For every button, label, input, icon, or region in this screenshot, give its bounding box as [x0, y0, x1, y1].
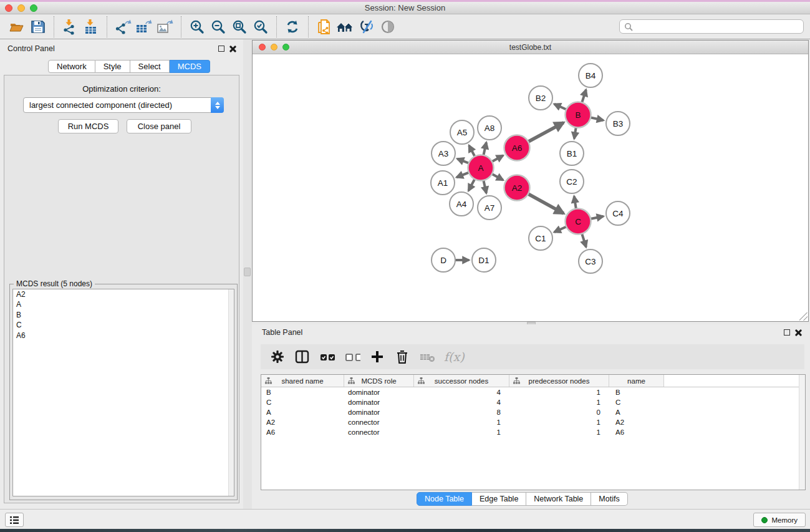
- delete-column-trash-icon[interactable]: [394, 349, 410, 365]
- save-session-button[interactable]: [27, 16, 49, 37]
- tab-network-table[interactable]: Network Table: [526, 492, 591, 506]
- network-canvas[interactable]: B4B2BB3A8A5A6A3B1AA1C2A2A4A7C4CC1C3DD1: [253, 54, 808, 321]
- hierarchy-icon: [348, 377, 355, 384]
- zoom-selected-button[interactable]: [250, 16, 271, 37]
- task-list-icon: [9, 516, 19, 525]
- network-from-file-button[interactable]: [314, 16, 335, 37]
- home-view-button[interactable]: [335, 16, 356, 37]
- column-header-successor-nodes[interactable]: successor nodes: [414, 375, 509, 387]
- deselect-all-icon[interactable]: [344, 349, 360, 365]
- table-header-row: shared name MCDS role successor nodes pr…: [261, 375, 805, 387]
- column-header-predecessor-nodes[interactable]: predecessor nodes: [509, 375, 609, 387]
- import-table-button[interactable]: [80, 16, 102, 37]
- zoom-out-button[interactable]: [208, 16, 229, 37]
- task-history-button[interactable]: [5, 513, 24, 527]
- tab-mcds[interactable]: MCDS: [170, 60, 210, 73]
- function-builder-icon-disabled: f(x): [444, 350, 465, 364]
- svg-text:C1: C1: [535, 234, 546, 243]
- search-input[interactable]: [634, 22, 803, 31]
- tab-style[interactable]: Style: [95, 60, 130, 73]
- open-session-button[interactable]: [6, 16, 27, 37]
- table-row[interactable]: Cdominator41C: [261, 397, 805, 407]
- create-column-plus-icon[interactable]: [369, 349, 385, 365]
- vertical-splitter[interactable]: [243, 39, 252, 509]
- close-table-panel-icon[interactable]: [795, 329, 803, 336]
- network-window-titlebar[interactable]: testGlobe.txt: [253, 41, 808, 54]
- hierarchy-icon: [513, 377, 520, 384]
- column-header-mcds-role[interactable]: MCDS role: [344, 375, 414, 387]
- export-network-button[interactable]: [112, 16, 133, 37]
- tab-node-table[interactable]: Node Table: [417, 492, 472, 506]
- criterion-select[interactable]: largest connected component (directed): [23, 97, 224, 113]
- main-toolbar: [0, 14, 810, 39]
- select-stepper-icon: [211, 97, 224, 113]
- close-panel-icon[interactable]: [229, 45, 237, 52]
- svg-text:A6: A6: [512, 143, 523, 153]
- svg-text:A8: A8: [485, 123, 495, 133]
- svg-text:B3: B3: [613, 119, 624, 128]
- table-row[interactable]: A2connector11A2: [261, 417, 805, 427]
- svg-text:D: D: [440, 256, 446, 265]
- result-item[interactable]: A6: [13, 331, 234, 341]
- network-graph[interactable]: B4B2BB3A8A5A6A3B1AA1C2A2A4A7C4CC1C3DD1: [253, 54, 808, 321]
- result-item[interactable]: A2: [13, 289, 234, 299]
- column-header-name[interactable]: name: [609, 375, 664, 387]
- import-network-button[interactable]: [59, 16, 80, 37]
- float-table-panel-icon[interactable]: [784, 329, 790, 336]
- zoom-in-button[interactable]: [186, 16, 208, 37]
- result-item[interactable]: C: [13, 320, 234, 330]
- svg-text:B2: B2: [536, 94, 546, 103]
- svg-text:A2: A2: [512, 183, 523, 193]
- result-item[interactable]: A: [13, 299, 234, 309]
- show-graphics-details-button[interactable]: [377, 16, 398, 37]
- optimization-criterion-label: Optimization criterion:: [4, 84, 239, 94]
- table-row[interactable]: Adominator80A: [261, 407, 805, 417]
- table-panel: Table Panel: [252, 324, 810, 509]
- tab-network[interactable]: Network: [48, 60, 95, 73]
- select-all-icon[interactable]: [319, 349, 335, 365]
- mcds-result-list[interactable]: A2ABCA6: [12, 289, 234, 496]
- refresh-button[interactable]: [282, 16, 303, 37]
- export-image-button[interactable]: [155, 16, 176, 37]
- tab-motifs[interactable]: Motifs: [591, 492, 627, 506]
- toolbar-separator: [308, 16, 309, 37]
- export-table-button[interactable]: [133, 16, 155, 37]
- zoom-fit-button[interactable]: [229, 16, 250, 37]
- column-header-shared-name[interactable]: shared name: [261, 375, 344, 387]
- svg-text:C3: C3: [585, 257, 595, 266]
- toolbar-separator: [276, 16, 277, 37]
- hide-labels-button[interactable]: [356, 16, 377, 37]
- table-row[interactable]: A6connector11A6: [261, 427, 805, 437]
- control-panel: Control Panel Network Style Select MCDS …: [0, 39, 243, 509]
- mcds-tab-content: Optimization criterion: largest connecte…: [4, 75, 239, 503]
- splitter-handle[interactable]: [244, 268, 251, 276]
- node-table: shared name MCDS role successor nodes pr…: [261, 374, 806, 490]
- control-panel-title: Control Panel: [7, 44, 55, 53]
- close-panel-button[interactable]: Close panel: [127, 119, 191, 133]
- table-tabs: Node Table Edge Table Network Table Moti…: [417, 492, 628, 506]
- network-window-title: testGlobe.txt: [253, 43, 808, 52]
- network-view-window: testGlobe.txt B4B2BB3A8A5A6A3B1AA1C2A2A4…: [252, 40, 809, 322]
- svg-text:B4: B4: [586, 71, 596, 80]
- memory-status-dot: [761, 517, 768, 523]
- table-scrollbar[interactable]: [799, 375, 805, 490]
- resize-grip[interactable]: [799, 312, 808, 321]
- hierarchy-icon: [265, 377, 272, 384]
- run-mcds-button[interactable]: Run MCDS: [58, 119, 118, 133]
- table-settings-gear-icon[interactable]: [269, 349, 286, 365]
- float-panel-icon[interactable]: [218, 46, 224, 52]
- result-scrollbar[interactable]: [228, 289, 234, 496]
- desktop-edge-bottom: [0, 529, 810, 532]
- memory-button[interactable]: Memory: [753, 513, 806, 527]
- memory-label: Memory: [771, 516, 798, 524]
- tab-select[interactable]: Select: [130, 60, 170, 73]
- mcds-result-group: MCDS result (5 nodes) A2ABCA6: [9, 284, 238, 500]
- titlebar: Session: New Session: [0, 2, 810, 14]
- toolbar-separator: [54, 16, 54, 37]
- search-box[interactable]: [619, 19, 804, 34]
- result-item[interactable]: B: [13, 310, 234, 320]
- svg-text:A5: A5: [457, 128, 468, 137]
- table-row[interactable]: Bdominator41B: [261, 387, 805, 397]
- show-columns-icon[interactable]: [294, 349, 311, 365]
- tab-edge-table[interactable]: Edge Table: [472, 492, 526, 506]
